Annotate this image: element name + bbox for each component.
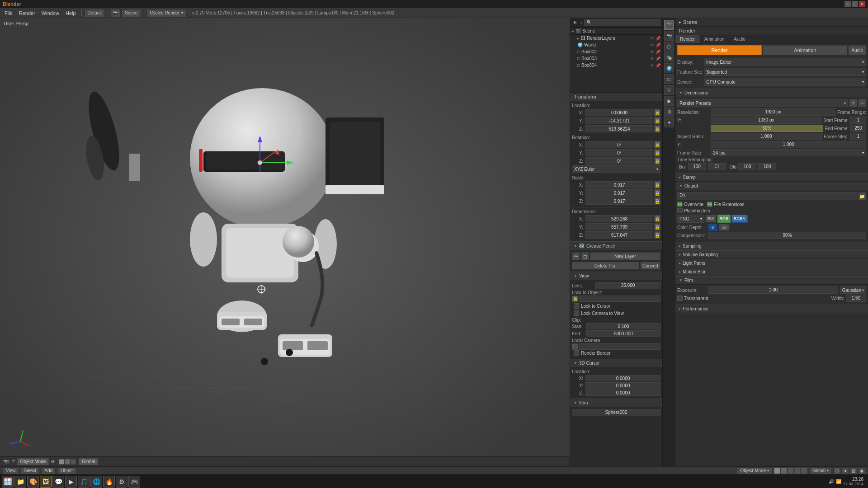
taskbar-browser[interactable]: 🌐 (90, 476, 102, 488)
box003-row[interactable]: □ Box003 👁 📌 (570, 55, 662, 62)
taskbar-app2[interactable]: 🎨 (27, 476, 39, 488)
viewport-pivot[interactable]: ⟳ (50, 459, 56, 464)
taskbar-firefox[interactable]: 🔥 (103, 476, 115, 488)
overwrite-checkbox[interactable]: ✓ (677, 202, 683, 207)
placeholders-checkbox[interactable] (677, 208, 683, 213)
res-x-field[interactable]: 1920 px (711, 108, 835, 116)
render-audio-btn[interactable]: Audio (848, 45, 866, 55)
icon-particles[interactable]: ✦ (664, 117, 674, 127)
menu-render[interactable]: Render (16, 10, 38, 16)
remap-new-field[interactable]: 100 (758, 163, 776, 170)
eraser-icon[interactable]: ◻ (581, 252, 589, 260)
rot-y-field[interactable]: 0° (585, 149, 653, 156)
scale-z-field[interactable]: 0.917 (585, 197, 653, 205)
rotation-mode-dropdown[interactable]: XYZ Euler ▾ (572, 165, 660, 173)
global-label[interactable]: Global (79, 458, 98, 465)
menu-help[interactable]: Help (63, 10, 79, 16)
layer-5[interactable] (801, 468, 807, 474)
icon-texture[interactable]: ⊞ (664, 107, 674, 117)
gaussian-dropdown[interactable]: Gaussian ▾ (840, 286, 866, 294)
lock-camera-checkbox[interactable] (574, 310, 579, 316)
clip-start-field[interactable]: 0.100 (586, 323, 660, 329)
taskbar-media[interactable]: ▶ (65, 476, 77, 488)
layer-2[interactable] (781, 468, 787, 474)
file-ext-checkbox[interactable]: ✓ (707, 202, 712, 207)
viewport-icon-camera[interactable]: 📷 (2, 459, 10, 464)
layout-btn[interactable]: Default (85, 9, 105, 17)
grease-pencil-checkbox[interactable]: ✓ (579, 243, 585, 249)
rot-z-lock[interactable]: 🔒 (654, 157, 660, 164)
scale-y-field[interactable]: 0.917 (585, 189, 653, 197)
light-paths-header[interactable]: ▸ Light Paths (675, 259, 868, 267)
preset-add-btn[interactable]: + (849, 99, 857, 107)
aspect-y-field[interactable]: 1.000 (711, 141, 866, 148)
device-dropdown[interactable]: GPU Compute ▾ (704, 78, 866, 86)
scale-x-field[interactable]: 0.917 (585, 181, 653, 188)
outliner-icon-view[interactable]: 👁 (572, 20, 578, 26)
dim-z-lock[interactable]: 🔒 (654, 231, 660, 239)
box004-row[interactable]: □ Box004 👁 📌 (570, 62, 662, 69)
local-camera-field[interactable] (579, 343, 660, 350)
tab-animation[interactable]: Animation (700, 35, 729, 43)
framerate-dropdown[interactable]: 24 fps ▾ (711, 149, 866, 156)
color-depth-16[interactable]: 16 (719, 224, 730, 231)
render-presets-dropdown[interactable]: Render Presets ▾ (677, 99, 848, 107)
start-button[interactable]: 🪟 (2, 476, 14, 488)
bw-btn[interactable]: BW (705, 215, 717, 223)
add-menu[interactable]: Add (41, 467, 56, 474)
start-frame-field[interactable]: 1 (850, 117, 866, 124)
scale-x-lock[interactable]: 🔒 (654, 181, 660, 188)
convert-btn[interactable]: Convert (640, 262, 660, 270)
engine-dropdown[interactable]: Cycles Render▾ (147, 9, 187, 17)
close-btn[interactable]: × (859, 1, 865, 7)
delete-frame-btn[interactable]: Delete Fra. (572, 262, 639, 270)
layer-3[interactable] (788, 468, 794, 474)
maximize-btn[interactable]: □ (852, 1, 858, 7)
format-dropdown[interactable]: PNG ▾ (677, 215, 704, 223)
scene-btn[interactable]: Scene (122, 9, 141, 17)
rot-x-field[interactable]: 0° (585, 141, 653, 148)
taskbar-settings[interactable]: ⚙ (116, 476, 127, 488)
box002-row[interactable]: □ Box002 👁 📌 (570, 48, 662, 55)
scene-row[interactable]: ▸ 🎬 Scene (570, 28, 662, 35)
scale-y-lock[interactable]: 🔒 (654, 189, 660, 197)
taskbar-chat[interactable]: 💬 (52, 476, 64, 488)
lock-cursor-checkbox[interactable] (574, 303, 579, 309)
render-image-btn[interactable]: Render (677, 45, 762, 55)
loc-z-field[interactable]: 519.36224 (585, 125, 653, 132)
outliner-icon-sort[interactable]: ↕ (579, 20, 583, 26)
transparent-checkbox[interactable] (677, 296, 683, 301)
performance-header[interactable]: ▸ Performance (675, 305, 868, 313)
end-frame-field[interactable]: 250 (850, 125, 866, 132)
loc-y-field[interactable]: -14.31721 (585, 117, 653, 124)
remap-old-field[interactable]: 100 (738, 163, 756, 170)
motion-blur-header[interactable]: ▸ Motion Blur (675, 267, 868, 276)
bor-field[interactable]: 100 (688, 163, 706, 170)
volume-sampling-header[interactable]: ▸ Volume Sampling (675, 250, 868, 259)
exposure-field[interactable]: 1.00 (708, 286, 838, 294)
width-field[interactable]: 1.50 (846, 295, 866, 302)
icon-render[interactable]: 📷 (664, 31, 674, 41)
view-menu[interactable]: View (3, 467, 19, 474)
rot-z-field[interactable]: 0° (585, 157, 653, 164)
loc-x-field[interactable]: 0.00000 (585, 109, 653, 116)
item-name-field[interactable]: Sphere002 (572, 409, 660, 416)
rot-y-lock[interactable]: 🔒 (654, 149, 660, 156)
rot-x-lock[interactable]: 🔒 (654, 141, 660, 148)
preset-remove-btn[interactable]: − (858, 99, 866, 107)
object-menu[interactable]: Object (57, 467, 77, 474)
camera-icon[interactable]: 📷 (111, 9, 121, 17)
object-mode-dropdown[interactable]: Object Mode ▾ (737, 467, 772, 474)
tab-render[interactable]: Render (675, 35, 700, 43)
new-layer-btn[interactable]: New Layer (590, 252, 660, 260)
toggle-render[interactable]: ◉ (858, 467, 865, 474)
cursor-y-field[interactable]: 0.0000 (585, 382, 660, 389)
menu-file[interactable]: File (2, 10, 15, 16)
display-dropdown[interactable]: Image Editor ▾ (704, 58, 866, 66)
feature-set-dropdown[interactable]: Supported ▾ (704, 68, 866, 76)
rgba-btn[interactable]: RGBA (731, 215, 748, 223)
icon-scene[interactable]: 🎬 (664, 20, 674, 30)
tab-audio[interactable]: Audio (729, 35, 750, 43)
loc-y-lock[interactable]: 🔒 (654, 117, 660, 124)
outliner-search[interactable]: 🔍 (584, 19, 660, 26)
